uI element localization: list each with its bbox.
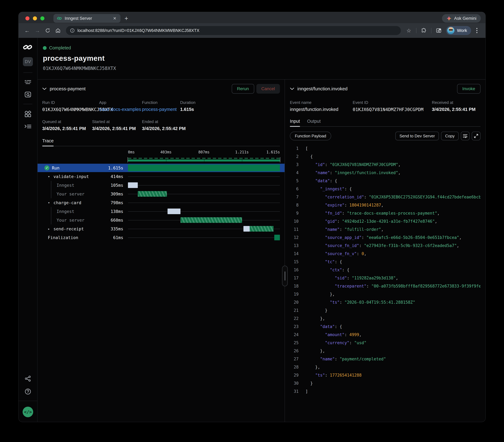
extensions-icon[interactable] [419,26,428,35]
new-tab-button[interactable]: + [125,15,128,22]
trace-row[interactable]: ▸send-receipt335ms [42,224,280,233]
trace-row-duration: 61ms [113,235,128,240]
meta-event-id: Event ID 01KJX6Q7V81N4DMZ7HFJ0CGPDM [353,100,432,112]
word-wrap-icon [463,134,468,138]
sidebar: DV [18,38,37,422]
code-line: 24 "amount": 4999, [290,331,481,339]
trace-row[interactable]: Your server660ms [42,216,280,224]
url-bar[interactable]: localhost:8288/run?runID=01KJX6Q7W64NMKM… [66,26,401,35]
gemini-star-icon [446,16,452,21]
line-number: 5 [290,178,299,183]
rerun-button[interactable]: Rerun [232,84,254,94]
code-line: 19 }, [290,290,481,298]
sidebar-divider [23,104,32,104]
run-header: Completed process-payment 01KJX6Q7W64NMK… [37,38,486,79]
zoom-window-button[interactable] [40,16,44,20]
app-link[interactable]: trace-docs-examples [99,107,142,112]
chevron-down-icon[interactable] [42,87,47,90]
code-line: 18 "traceparent": "00-a073fb598bfff8af82… [290,282,481,290]
code-line: 10 "gid": "4924bd12-13de-4201-a31e-fb7f4… [290,217,481,225]
sidebar-item-dev-server[interactable] [24,124,31,129]
tab-trace[interactable]: Trace [42,138,54,146]
trace-row[interactable]: Your server309ms [42,189,280,198]
invoke-button[interactable]: Invoke [457,84,481,94]
send-to-dev-server-button[interactable]: Send to Dev Server [395,132,439,140]
trace-minimap[interactable] [42,157,280,164]
collapse-triangle-icon[interactable]: ▾ [48,175,54,178]
code-line: 21 } [290,306,481,314]
trace-bar-queue [167,208,181,214]
meta-duration: Duration 1.615s [180,100,280,112]
code-line: 23 "data": { [290,323,481,331]
workspace-badge[interactable]: DV [23,57,33,66]
trace-row[interactable]: ▾charge-card798ms [42,198,280,207]
trace-rows: ✓Run1.615s▾validate-input414msInngest105… [42,164,280,242]
collapse-triangle-icon[interactable]: ▾ [48,201,54,205]
share-icon[interactable] [25,375,31,382]
close-window-button[interactable] [25,16,29,20]
side-panel-search-icon[interactable] [434,26,443,35]
page-title: process-payment [43,54,486,62]
trace-row[interactable]: ✓Run1.615s [37,164,285,172]
expand-triangle-icon[interactable]: ▸ [48,227,54,231]
line-number: 28 [290,365,299,369]
sidebar-item-events[interactable] [25,91,31,98]
browser-window: Inngest Server ✕ + Ask Gemini ← → [18,12,486,422]
chevron-down-icon[interactable] [290,87,294,90]
expand-icon [474,134,478,138]
panel-resize-handle[interactable] [282,266,288,286]
trace-row[interactable]: Inngest138ms [42,207,280,216]
bookmark-star-icon[interactable]: ☆ [404,26,413,35]
trace-row[interactable]: Inngest105ms [42,181,280,189]
ask-gemini-button[interactable]: Ask Gemini [442,14,481,23]
line-number: 23 [290,324,299,329]
forward-icon[interactable]: → [33,26,42,35]
line-number: 27 [290,357,299,361]
copy-button[interactable]: Copy [441,132,459,140]
trace-row-timeline [128,181,280,189]
trace-row-timeline [128,198,280,207]
trace-row-label: ▾charge-card798ms [42,198,128,207]
trace-row[interactable]: Finalization61ms [42,233,280,242]
payload-code-editor[interactable]: 1[2 {3 "id": "01KJX6Q7V81N4DMZ7HFJ0CGPDM… [290,144,481,422]
tab-strip: Inngest Server ✕ + Ask Gemini [18,12,486,23]
meta-app: App trace-docs-examples [99,100,142,112]
sidebar-item-apps[interactable] [25,111,31,117]
word-wrap-button[interactable] [461,132,469,140]
code-line: 14 "source_fn_v": 0, [290,250,481,258]
function-payload-pill[interactable]: Function Payload [290,132,331,140]
line-number: 16 [290,268,299,272]
help-icon[interactable] [25,388,31,395]
cancel-button: Cancel [256,84,280,94]
minimize-window-button[interactable] [33,16,37,20]
trace-row-duration: 1.615s [108,166,128,170]
tab-close-icon[interactable]: ✕ [112,16,117,21]
site-info-icon[interactable] [70,28,75,33]
browser-tab[interactable]: Inngest Server ✕ [54,14,121,23]
tab-output[interactable]: Output [307,119,321,126]
dev-tools-button[interactable]: </> [23,407,33,417]
run-id: 01KJX6Q7W64NMKMWBNKCJ58XTX [43,66,486,71]
browser-menu-icon[interactable] [472,26,481,35]
line-number: 22 [290,316,299,321]
trace-row-timeline [128,216,280,224]
tab-input[interactable]: Input [290,119,300,126]
home-icon[interactable] [54,26,62,35]
meta-ended-at: Ended at 3/4/2026, 2:55:42 PM [142,119,280,131]
back-icon[interactable]: ← [23,26,32,35]
trace-row-label: Finalization61ms [42,233,128,242]
profile-label: Work [457,28,467,33]
line-number: 30 [290,381,299,386]
function-link[interactable]: process-payment [142,107,180,112]
browser-profile-chip[interactable]: Work [446,26,471,35]
trace-row[interactable]: ▾validate-input414ms [42,172,280,181]
avatar [447,27,454,34]
reload-icon[interactable] [43,26,52,35]
sidebar-item-runs[interactable] [25,79,31,85]
ask-gemini-label: Ask Gemini [454,16,476,21]
line-number: 7 [290,195,299,199]
trace-row-duration: 309ms [111,192,128,196]
line-number: 15 [290,259,299,264]
expand-button[interactable] [472,132,481,140]
line-number: 29 [290,373,299,377]
